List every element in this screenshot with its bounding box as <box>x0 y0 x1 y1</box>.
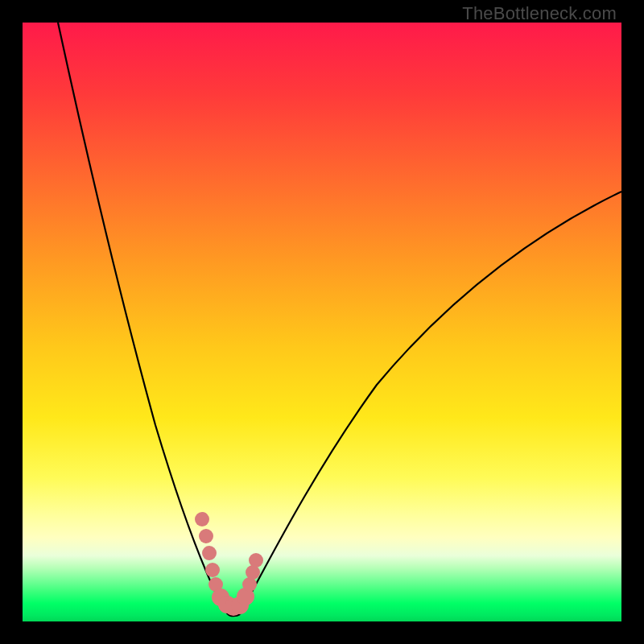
marker-dot <box>205 563 220 577</box>
watermark-text: TheBottleneck.com <box>462 3 617 24</box>
marker-dot <box>202 546 217 560</box>
frame-border <box>621 0 644 644</box>
marker-dot <box>249 553 263 568</box>
curve-layer <box>23 23 621 621</box>
plot-area <box>23 23 621 621</box>
frame-border <box>0 0 23 644</box>
marker-dot <box>195 512 209 526</box>
frame-border <box>0 621 644 644</box>
right-curve-path <box>240 192 621 614</box>
marker-dot <box>199 529 213 543</box>
